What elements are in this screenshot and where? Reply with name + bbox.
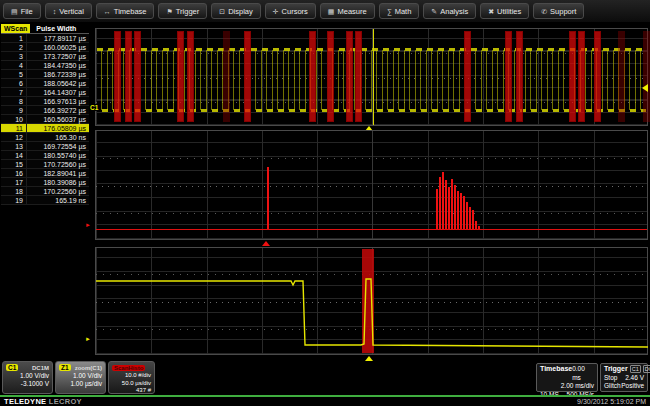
row-index: 7 xyxy=(1,88,27,96)
panel-pulse-train xyxy=(95,28,648,126)
table-row[interactable]: 13169.72554 µs xyxy=(1,142,89,151)
row-pulse-width: 173.72507 µs xyxy=(27,52,89,60)
footer-bar: TELEDYNE LECROY 9/30/2012 5:19:02 PM xyxy=(0,397,650,406)
table-row[interactable]: 4184.47350 µs xyxy=(1,61,89,70)
menu-item-utilities[interactable]: ✖Utilities xyxy=(480,3,529,19)
brand-lecroy: LECROY xyxy=(49,397,82,406)
c1-descriptor-box[interactable]: C1 DC1M 1.00 V/div -3.1000 V xyxy=(2,361,53,394)
table-row[interactable]: 16182.89041 µs xyxy=(1,169,89,178)
scan-highlight-bar xyxy=(594,31,601,122)
z1-badge: Z1 xyxy=(59,364,71,371)
histogram-bar xyxy=(448,187,450,229)
wavescan-table-body: 1177.89117 µs2160.06025 µs3173.72507 µs4… xyxy=(1,34,89,205)
menu-item-label: Utilities xyxy=(497,7,521,16)
trigger-level: 2.46 V xyxy=(625,374,644,383)
trigger-icon: ⚑ xyxy=(166,8,172,15)
row-pulse-width: 177.89117 µs xyxy=(27,34,89,42)
row-pulse-width: 166.39272 µs xyxy=(27,106,89,114)
row-index: 13 xyxy=(1,142,27,150)
menu-item-label: Support xyxy=(550,7,576,16)
clock: 9/30/2012 5:19:02 PM xyxy=(577,398,646,405)
table-row[interactable]: 2160.06025 µs xyxy=(1,43,89,52)
scan-highlight-bar xyxy=(516,31,523,122)
row-pulse-width: 160.56037 µs xyxy=(27,115,89,123)
menu-item-support[interactable]: ✆Support xyxy=(533,3,584,19)
histogram-bin-marker[interactable] xyxy=(262,241,270,246)
wscan-header-badge[interactable]: WScan xyxy=(1,24,30,33)
table-row[interactable]: 7164.14307 µs xyxy=(1,88,89,97)
z1-tdiv: 1.00 µs/div xyxy=(59,380,102,388)
row-pulse-width: 180.39086 µs xyxy=(27,178,89,186)
table-row[interactable]: 11176.05809 µs xyxy=(1,124,89,133)
scan-cursor-line[interactable] xyxy=(373,29,374,125)
table-row[interactable]: 17180.39086 µs xyxy=(1,178,89,187)
trigger-label: Trigger xyxy=(604,365,628,374)
table-row[interactable]: 15170.72560 µs xyxy=(1,160,89,169)
histogram-bar xyxy=(469,207,471,229)
scan-highlight-bar xyxy=(578,31,585,122)
row-pulse-width: 165.19 ns xyxy=(27,196,89,204)
timebase-label: Timebase xyxy=(540,365,572,382)
table-row[interactable]: 18170.22560 µs xyxy=(1,187,89,196)
scan-highlight-bar xyxy=(643,31,650,122)
oscilloscope-screen: ▤File↕Vertical↔Timebase⚑Trigger⊡Display✛… xyxy=(0,0,650,406)
trigger-box[interactable]: Trigger C1DC Stop 2.46 V Glitch Positive xyxy=(600,363,648,392)
row-index: 3 xyxy=(1,52,27,60)
table-row[interactable]: 3173.72507 µs xyxy=(1,52,89,61)
table-row[interactable]: 8166.97613 µs xyxy=(1,97,89,106)
math-icon: ∑ xyxy=(387,8,392,15)
table-row[interactable]: 10160.56037 µs xyxy=(1,115,89,124)
row-index: 6 xyxy=(1,79,27,87)
trigger-level-marker[interactable] xyxy=(642,84,648,92)
trigger-coupling-badge: DC xyxy=(643,365,650,373)
scan-highlight-bar xyxy=(177,31,184,122)
menu-item-vertical[interactable]: ↕Vertical xyxy=(45,3,92,19)
pulse-width-header: Pulse Width xyxy=(36,25,76,32)
table-row[interactable]: 12165.30 ns xyxy=(1,133,89,142)
scanhisto-descriptor-box[interactable]: ScanHisto 10.0 #/div 50.0 µs/div 437 # xyxy=(108,361,155,394)
timebase-box[interactable]: Timebase 0.00 ms 2.00 ms/div 10 MS 500 M… xyxy=(536,363,598,392)
histogram-bar xyxy=(475,221,477,229)
row-pulse-width: 184.47350 µs xyxy=(27,61,89,69)
histogram-bar xyxy=(460,193,462,229)
menu-item-timebase[interactable]: ↔Timebase xyxy=(96,3,155,19)
row-index: 14 xyxy=(1,151,27,159)
scan-highlight-bar xyxy=(134,31,141,122)
histogram-bar xyxy=(451,179,453,229)
scanhisto-trace-marker[interactable]: ► xyxy=(85,222,91,228)
timebase-icon: ↔ xyxy=(104,8,111,15)
trigger-position-marker-bottom[interactable] xyxy=(365,356,373,361)
histogram-bar xyxy=(463,196,465,229)
menu-item-analysis[interactable]: ✎Analysis xyxy=(423,3,476,19)
menu-item-cursors[interactable]: ✛Cursors xyxy=(265,3,316,19)
histogram-bar xyxy=(436,189,438,229)
histogram-bar xyxy=(466,202,468,229)
scan-highlight-bar xyxy=(309,31,316,122)
table-row[interactable]: 6188.05642 µs xyxy=(1,79,89,88)
menu-item-file[interactable]: ▤File xyxy=(3,3,41,19)
table-row[interactable]: 1177.89117 µs xyxy=(1,34,89,43)
table-row[interactable]: 14180.55740 µs xyxy=(1,151,89,160)
z1-descriptor-box[interactable]: Z1 zoom(C1) 1.00 V/div 1.00 µs/div xyxy=(55,361,106,394)
row-index: 19 xyxy=(1,196,27,204)
menu-item-math[interactable]: ∑Math xyxy=(379,3,420,19)
scan-highlight-bar xyxy=(187,31,194,122)
table-row[interactable]: 5186.72339 µs xyxy=(1,70,89,79)
row-index: 10 xyxy=(1,115,27,123)
z1-trace-marker[interactable]: ► xyxy=(85,336,91,342)
histogram-bar xyxy=(454,185,456,229)
scan-highlight-bar xyxy=(125,31,132,122)
menu-item-display[interactable]: ⊡Display xyxy=(211,3,260,19)
row-pulse-width: 188.05642 µs xyxy=(27,79,89,87)
channel-c1-label: C1 xyxy=(89,104,99,111)
brand-logo: TELEDYNE LECROY xyxy=(4,397,82,406)
table-row[interactable]: 9166.39272 µs xyxy=(1,106,89,115)
menu-item-label: Vertical xyxy=(59,7,84,16)
row-index: 4 xyxy=(1,61,27,69)
utilities-icon: ✖ xyxy=(488,8,494,15)
row-index: 11 xyxy=(1,124,27,132)
measure-icon: ▦ xyxy=(328,8,335,15)
table-row[interactable]: 19165.19 ns xyxy=(1,196,89,205)
menu-item-measure[interactable]: ▦Measure xyxy=(320,3,375,19)
menu-item-trigger[interactable]: ⚑Trigger xyxy=(158,3,207,19)
